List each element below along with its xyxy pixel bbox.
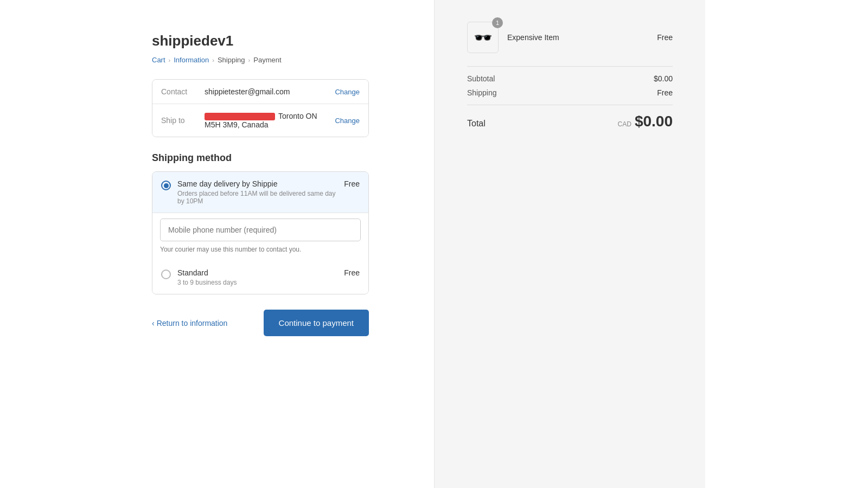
shipping-methods-card: Same day delivery by Shippie Orders plac…: [152, 171, 369, 294]
breadcrumb: Cart › Information › Shipping › Payment: [152, 56, 369, 64]
method-standard-name: Standard: [177, 268, 337, 277]
breadcrumb-sep-2: ›: [212, 57, 214, 63]
contact-change-link[interactable]: Change: [335, 88, 360, 96]
ship-to-row: Ship to Toronto ON M5H 3M9, Canada Chang…: [152, 104, 368, 137]
item-badge: 1: [492, 17, 503, 28]
method-same-day-price: Free: [344, 179, 360, 188]
item-name: Expensive Item: [507, 33, 648, 42]
shipping-row: Shipping Free: [467, 88, 673, 97]
shipping-section-title: Shipping method: [152, 152, 369, 164]
divider-2: [467, 105, 673, 105]
contact-value: shippietester@gmail.com: [205, 87, 335, 96]
breadcrumb-information[interactable]: Information: [174, 56, 209, 64]
subtotal-value: $0.00: [654, 74, 673, 83]
breadcrumb-sep-3: ›: [248, 57, 251, 63]
radio-same-day[interactable]: [161, 181, 171, 190]
phone-input-container: Your courier may use this number to cont…: [152, 213, 368, 261]
divider-1: [467, 66, 673, 67]
method-standard-desc: 3 to 9 business days: [177, 279, 337, 286]
phone-hint: Your courier may use this number to cont…: [160, 246, 361, 253]
total-row: Total CAD $0.00: [467, 113, 673, 130]
redacted-name: [205, 113, 275, 120]
item-image-wrap: 🕶️ 1: [467, 22, 499, 53]
breadcrumb-shipping: Shipping: [218, 56, 245, 64]
shipping-method-standard[interactable]: Standard 3 to 9 business days Free: [152, 261, 368, 294]
breadcrumb-payment: Payment: [253, 56, 281, 64]
ship-to-change-link[interactable]: Change: [335, 117, 360, 125]
phone-input[interactable]: [160, 219, 361, 241]
cart-item: 🕶️ 1 Expensive Item Free: [467, 22, 673, 53]
footer-actions: ‹ Return to information Continue to paym…: [152, 310, 369, 336]
store-name: shippiedev1: [152, 33, 369, 49]
left-panel: shippiedev1 Cart › Information › Shippin…: [0, 0, 434, 488]
chevron-left-icon: ‹: [152, 319, 155, 328]
item-price: Free: [657, 33, 673, 42]
sunglasses-icon: 🕶️: [474, 29, 493, 47]
subtotal-row: Subtotal $0.00: [467, 74, 673, 83]
subtotal-label: Subtotal: [467, 74, 495, 83]
shipping-label: Shipping: [467, 88, 497, 97]
contact-label: Contact: [161, 87, 205, 96]
method-same-day-desc: Orders placed before 11AM will be delive…: [177, 190, 337, 205]
method-standard-info: Standard 3 to 9 business days: [177, 268, 337, 286]
return-link-label: Return to information: [157, 319, 228, 328]
shipping-value: Free: [657, 88, 673, 97]
breadcrumb-cart[interactable]: Cart: [152, 56, 165, 64]
breadcrumb-sep-1: ›: [169, 57, 171, 63]
right-panel: 🕶️ 1 Expensive Item Free Subtotal $0.00 …: [434, 0, 705, 488]
shipping-method-same-day[interactable]: Same day delivery by Shippie Orders plac…: [152, 172, 368, 213]
total-currency: CAD: [618, 120, 631, 128]
method-same-day-name: Same day delivery by Shippie: [177, 179, 337, 188]
contact-row: Contact shippietester@gmail.com Change: [152, 80, 368, 104]
total-value-wrap: CAD $0.00: [618, 113, 673, 130]
method-standard-price: Free: [344, 268, 360, 277]
total-amount: $0.00: [635, 113, 673, 130]
radio-standard[interactable]: [161, 269, 171, 279]
method-same-day-info: Same day delivery by Shippie Orders plac…: [177, 179, 337, 205]
return-to-information-link[interactable]: ‹ Return to information: [152, 319, 227, 328]
info-card: Contact shippietester@gmail.com Change S…: [152, 79, 369, 137]
total-label: Total: [467, 119, 486, 129]
ship-to-label: Ship to: [161, 116, 205, 125]
continue-to-payment-button[interactable]: Continue to payment: [264, 310, 369, 336]
ship-to-value: Toronto ON M5H 3M9, Canada: [205, 112, 335, 129]
